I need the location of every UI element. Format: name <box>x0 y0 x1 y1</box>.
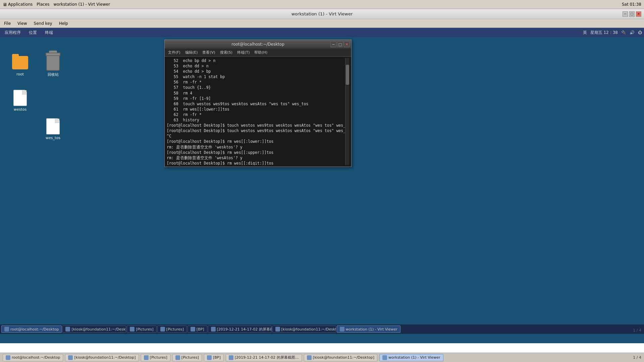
host-topbar: 🖥 Applications Places workstation (1) - … <box>0 0 644 9</box>
host-task-icon-5 <box>229 355 233 360</box>
guest-network-icon: 🔌 <box>621 30 626 35</box>
host-task-icon-0 <box>6 355 10 360</box>
taskbar-item-icon-7 <box>340 327 344 331</box>
taskbar-item-6[interactable]: [kiosk@foundation11:~/Desktop] <box>272 325 336 333</box>
taskbar-item-label-2: [Pictures] <box>136 327 153 331</box>
host-task-7[interactable]: workstation (1) - Virt Viewer <box>379 354 443 361</box>
terminal-titlebar[interactable]: root@localhost:~/Desktop ─ □ ✕ <box>165 40 351 49</box>
host-task-2[interactable]: [Pictures] <box>141 354 170 361</box>
host-bottombar: root@localhost:~/Desktop [kiosk@foundati… <box>0 353 644 362</box>
virt-viewer-titlebar-buttons: ─ □ ✕ <box>623 11 641 17</box>
term-menu-edit[interactable]: 编辑(E) <box>183 49 200 56</box>
host-task-label-4: [BP] <box>213 355 221 360</box>
file-icon-westos <box>12 90 28 106</box>
host-task-label-3: [Pictures] <box>181 355 199 360</box>
vv-menu-sendkey[interactable]: Send key <box>31 20 55 26</box>
host-task-label-7: workstation (1) - Virt Viewer <box>388 355 440 360</box>
terminal-scrollbar[interactable] <box>345 58 349 165</box>
host-bottombar-right: 1 / 4 <box>633 355 641 360</box>
taskbar-item-4[interactable]: [BP] <box>187 325 207 333</box>
terminal-close-button[interactable]: ✕ <box>344 41 350 47</box>
taskbar-item-icon-0 <box>4 327 9 331</box>
host-task-0[interactable]: root@localhost:~/Desktop <box>3 354 63 361</box>
terminal-text: 52 echo bp dd > n 53 echo dd > n 54 echo… <box>167 58 345 165</box>
term-menu-terminal[interactable]: 终端(T) <box>235 49 252 56</box>
taskbar-item-label-6: [kiosk@foundation11:~/Desktop] <box>281 327 336 331</box>
desktop-icon-westos2[interactable]: wes_tos <box>40 118 66 140</box>
term-menu-help[interactable]: 帮助(H) <box>252 49 269 56</box>
host-task-label-1: [kiosk@foundation11:~/Desktop] <box>74 355 136 360</box>
guest-terminal-menu[interactable]: 终端 <box>42 29 56 36</box>
taskbar-item-icon-4 <box>191 327 195 331</box>
icon-label-westos: westos <box>14 107 26 112</box>
taskbar-item-label-3: [Pictures] <box>166 327 184 331</box>
guest-taskbar: root@localhost:~/Desktop [kiosk@foundati… <box>0 324 644 334</box>
term-menu-file[interactable]: 文件(F) <box>166 49 182 56</box>
host-task-label-5: [2019-12-21 14-17-02 的屏幕截图… <box>235 355 299 360</box>
terminal-minimize-button[interactable]: ─ <box>330 41 336 47</box>
icon-label-trash: 回收站 <box>48 72 59 77</box>
taskbar-item-label-5: [2019-12-21 14-17-02 的屏幕截图… <box>217 327 272 332</box>
taskbar-item-label-0: root@localhost:~/Desktop <box>10 327 59 331</box>
guest-volume-icon: 🔊 <box>630 30 635 35</box>
host-task-icon-2 <box>144 355 149 360</box>
host-task-icon-1 <box>68 355 73 360</box>
vv-menu-help[interactable]: Help <box>56 20 71 26</box>
host-task-label-6: [kiosk@foundation11:~/Desktop] <box>313 355 374 360</box>
page-counter: 1 / 4 <box>633 328 641 333</box>
guest-places-menu[interactable]: 位置 <box>26 29 40 36</box>
desktop-icon-trash[interactable]: 回收站 <box>40 55 66 77</box>
taskbar-item-icon-3 <box>160 327 165 331</box>
host-task-icon-3 <box>175 355 180 360</box>
taskbar-item-1[interactable]: [kiosk@foundation11:~/Desktop] <box>62 325 126 333</box>
host-topbar-left: 🖥 Applications Places workstation (1) - … <box>3 2 110 7</box>
host-task-4[interactable]: [BP] <box>204 354 224 361</box>
taskbar-item-3[interactable]: [Pictures] <box>157 325 187 333</box>
host-task-icon-7 <box>382 355 387 360</box>
taskbar-item-5[interactable]: [2019-12-21 14-17-02 的屏幕截图… <box>208 325 272 333</box>
virt-viewer-title: workstation (1) - Virt Viewer <box>291 11 353 16</box>
taskbar-item-label-7: workstation (1) - Virt Viewer <box>346 327 398 331</box>
host-task-icon-4 <box>207 355 212 360</box>
guest-desktop: 应用程序 位置 终端 英 星期五 12：38 🔌 🔊 ⏻ root 回收站 we… <box>0 28 644 343</box>
terminal-maximize-button[interactable]: □ <box>337 41 343 47</box>
taskbar-item-label-1: [kiosk@foundation11:~/Desktop] <box>71 327 126 331</box>
file-icon-westos2 <box>45 118 61 134</box>
scroll-thumb[interactable] <box>346 65 349 85</box>
virt-viewer-maximize-button[interactable]: □ <box>629 11 635 17</box>
guest-toppanel: 应用程序 位置 终端 英 星期五 12：38 🔌 🔊 ⏻ <box>0 28 644 37</box>
desktop-icon-root[interactable]: root <box>7 55 34 76</box>
trash-icon-img <box>45 55 61 71</box>
icon-label-westos2: wes_tos <box>46 136 60 140</box>
places-menu[interactable]: Places <box>37 2 49 7</box>
virt-viewer-minimize-button[interactable]: ─ <box>623 11 628 17</box>
guest-apps-menu[interactable]: 应用程序 <box>2 29 23 36</box>
terminal-menubar: 文件(F) 编辑(E) 查看(V) 搜索(S) 终端(T) 帮助(H) <box>165 49 351 57</box>
taskbar-item-label-4: [BP] <box>197 327 204 331</box>
applications-menu[interactable]: 🖥 Applications <box>3 2 33 7</box>
guest-datetime: 星期五 12：38 <box>590 30 618 36</box>
terminal-titlebar-buttons: ─ □ ✕ <box>330 41 350 47</box>
apps-icon: 🖥 <box>3 2 7 7</box>
term-menu-search[interactable]: 搜索(S) <box>218 49 235 56</box>
host-task-1[interactable]: [kiosk@foundation11:~/Desktop] <box>65 354 139 361</box>
taskbar-item-7[interactable]: workstation (1) - Virt Viewer <box>337 325 400 333</box>
taskbar-item-0[interactable]: root@localhost:~/Desktop <box>1 325 62 333</box>
vv-menu-view[interactable]: View <box>15 20 30 26</box>
host-task-6[interactable]: [kiosk@foundation11:~/Desktop] <box>304 354 377 361</box>
host-task-5[interactable]: [2019-12-21 14-17-02 的屏幕截图… <box>226 354 302 361</box>
taskbar-item-icon-6 <box>275 327 280 331</box>
desktop-icon-westos[interactable]: westos <box>7 90 34 112</box>
taskbar-item-2[interactable]: [Pictures] <box>127 325 156 333</box>
host-task-label-0: root@localhost:~/Desktop <box>12 355 60 360</box>
guest-panel-right: 英 星期五 12：38 🔌 🔊 ⏻ <box>583 30 642 36</box>
host-time: Sat 01:38 <box>622 2 641 7</box>
terminal-window: root@localhost:~/Desktop ─ □ ✕ 文件(F) 编辑(… <box>164 40 352 167</box>
host-task-3[interactable]: [Pictures] <box>172 354 202 361</box>
terminal-content[interactable]: 52 echo bp dd > n 53 echo dd > n 54 echo… <box>165 57 351 167</box>
virt-viewer-close-button[interactable]: ✕ <box>636 11 641 17</box>
vv-menu-file[interactable]: File <box>1 20 13 26</box>
taskbar-item-icon-1 <box>65 327 70 331</box>
host-page-counter: 1 / 4 <box>633 355 641 360</box>
term-menu-view[interactable]: 查看(V) <box>200 49 217 56</box>
